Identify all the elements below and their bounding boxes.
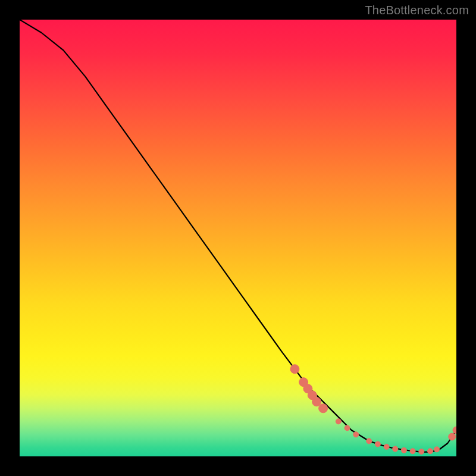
chart-frame: TheBottleneck.com [0,0,476,476]
plot-area [20,20,456,456]
data-point [434,447,440,452]
data-point [419,449,424,454]
data-point [336,419,341,424]
chart-svg [20,20,456,456]
data-point [367,439,372,444]
data-point [410,449,415,454]
data-point [428,449,433,454]
data-point [384,444,389,449]
data-point [353,432,359,437]
data-point [312,397,321,406]
data-point [319,404,328,413]
data-points [290,365,456,455]
data-point [345,425,350,431]
data-point [375,441,380,447]
data-point [449,433,456,440]
watermark-text: TheBottleneck.com [365,4,469,17]
data-point [393,446,398,452]
data-point [401,447,406,453]
data-point [290,365,299,374]
data-point [453,427,456,434]
bottleneck-curve [20,20,456,452]
